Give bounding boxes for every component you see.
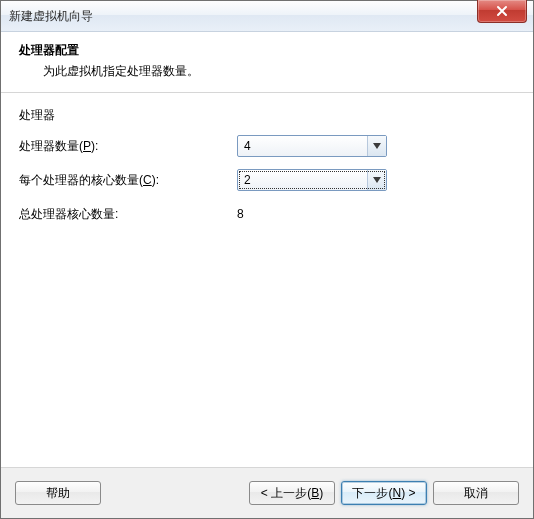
combo-processor-count[interactable]: 4 xyxy=(237,135,387,157)
cancel-button[interactable]: 取消 xyxy=(433,481,519,505)
row-cores-per-processor: 每个处理器的核心数量(C): 2 xyxy=(19,168,515,192)
dropdown-button[interactable] xyxy=(367,136,386,156)
help-button[interactable]: 帮助 xyxy=(15,481,101,505)
row-processor-count: 处理器数量(P): 4 xyxy=(19,134,515,158)
combo-cores-per-processor[interactable]: 2 xyxy=(237,169,387,191)
header-panel: 处理器配置 为此虚拟机指定处理器数量。 xyxy=(1,32,533,93)
window-title: 新建虚拟机向导 xyxy=(9,8,93,25)
combo-value: 2 xyxy=(238,173,367,187)
label-total-cores: 总处理器核心数量: xyxy=(19,206,237,223)
group-label-processors: 处理器 xyxy=(19,107,515,124)
chevron-down-icon xyxy=(373,177,381,183)
content-area: 处理器 处理器数量(P): 4 每个处理器的核心数量(C): 2 xyxy=(1,93,533,467)
value-total-cores: 8 xyxy=(237,207,244,221)
label-processor-count: 处理器数量(P): xyxy=(19,138,237,155)
dropdown-button[interactable] xyxy=(367,170,386,190)
close-button[interactable] xyxy=(477,0,527,23)
page-title: 处理器配置 xyxy=(19,42,517,59)
label-cores-per-processor: 每个处理器的核心数量(C): xyxy=(19,172,237,189)
chevron-down-icon xyxy=(373,143,381,149)
close-icon xyxy=(496,5,508,17)
titlebar: 新建虚拟机向导 xyxy=(1,1,533,32)
row-total-cores: 总处理器核心数量: 8 xyxy=(19,202,515,226)
page-description: 为此虚拟机指定处理器数量。 xyxy=(43,63,517,80)
back-button[interactable]: < 上一步(B) xyxy=(249,481,335,505)
combo-value: 4 xyxy=(238,139,367,153)
wizard-window: 新建虚拟机向导 处理器配置 为此虚拟机指定处理器数量。 处理器 处理器数量(P)… xyxy=(0,0,534,519)
next-button[interactable]: 下一步(N) > xyxy=(341,481,427,505)
footer: 帮助 < 上一步(B) 下一步(N) > 取消 xyxy=(1,467,533,518)
